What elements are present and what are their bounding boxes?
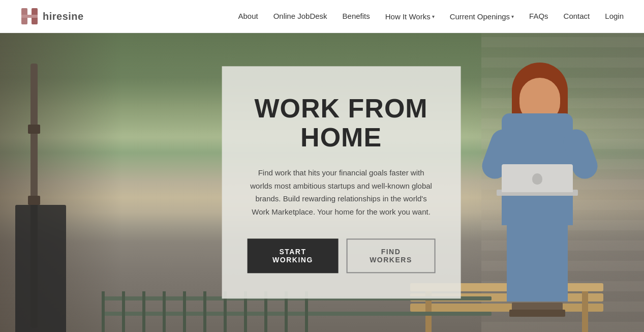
nav-item-about[interactable]: About [238,12,258,21]
logo-link[interactable]: hiresine [20,7,84,25]
find-workers-button[interactable]: FIND WORKERS [347,239,435,274]
nav-item-login[interactable]: Login [605,12,624,21]
nav-item-jobdesk[interactable]: Online JobDesk [273,12,327,21]
navbar: hiresine About Online JobDesk Benefits H… [0,0,644,33]
hero-cta-buttons: START WORKING FIND WORKERS [247,239,435,274]
book-2 [509,310,565,317]
hero-section: WORK FROM HOME Find work that hits your … [0,33,644,332]
pipe-detail-1 [28,125,40,134]
how-it-works-chevron-icon: ▾ [432,14,435,19]
hero-subtitle: Find work that hits your financial goals… [247,167,435,219]
fence-bar-3 [142,291,145,332]
svg-rect-2 [21,15,38,18]
current-openings-chevron-icon: ▾ [511,14,514,19]
laptop-apple-logo [532,173,542,185]
hero-content-box: WORK FROM HOME Find work that hits your … [222,66,461,298]
nav-item-faqs[interactable]: FAQs [529,12,548,21]
start-working-button[interactable]: START WORKING [247,239,339,274]
nav-menu: About Online JobDesk Benefits How It Wor… [238,12,624,21]
nav-item-how-it-works[interactable]: How It Works ▾ [385,12,435,21]
person-legs [507,215,568,301]
nav-item-benefits[interactable]: Benefits [343,12,370,21]
logo-text: hiresine [43,11,84,22]
nav-item-current-openings[interactable]: Current Openings ▾ [450,12,514,21]
logo-icon [20,7,39,25]
fence-bar-6 [203,291,206,332]
left-structure [15,205,66,332]
person-figure [481,63,598,301]
fence-bar-5 [183,291,186,332]
fence-bar-2 [122,291,125,332]
pipe-detail-2 [28,196,40,205]
nav-item-contact[interactable]: Contact [564,12,590,21]
fence-bar-4 [163,291,166,332]
hero-title: WORK FROM HOME [247,94,435,152]
fence-bar-1 [102,291,105,332]
fence-horizontal-bar-mid [102,312,492,316]
